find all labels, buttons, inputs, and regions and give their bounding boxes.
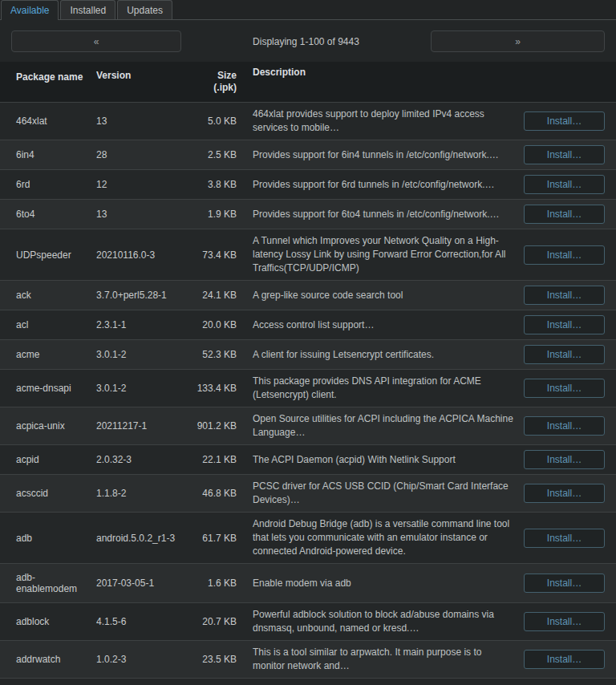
package-name: UDPspeeder bbox=[0, 229, 96, 281]
package-row: acpica-unix 20211217-1 901.2 KB Open Sou… bbox=[0, 407, 616, 445]
package-version: 3.7.0+perl5.28-1 bbox=[96, 281, 188, 310]
package-actions: Install… bbox=[520, 370, 616, 407]
package-description: A client for issuing Letsencrypt certifi… bbox=[237, 340, 520, 370]
install-button[interactable]: Install… bbox=[524, 484, 605, 503]
package-size: 52.3 KB bbox=[188, 340, 237, 370]
package-description: A grep-like source code search tool bbox=[237, 281, 520, 310]
package-description: Android Debug Bridge (adb) is a versatil… bbox=[237, 513, 520, 564]
package-row: adb android.5.0.2_r1-3 61.7 KB Android D… bbox=[0, 513, 616, 564]
package-actions: Install… bbox=[520, 200, 616, 229]
package-description: This is a tool similar to arpwatch. It m… bbox=[237, 641, 520, 679]
package-actions: Install… bbox=[520, 564, 616, 603]
header-size-line2: (.ipk) bbox=[213, 82, 237, 93]
package-name: ack bbox=[0, 281, 96, 310]
install-button[interactable]: Install… bbox=[524, 416, 605, 436]
header-package-name: Package name bbox=[0, 62, 96, 103]
install-button[interactable]: Install… bbox=[524, 205, 605, 224]
package-name: acme bbox=[0, 340, 96, 370]
package-name: addrwatch-mysql bbox=[0, 679, 96, 685]
package-name: 6to4 bbox=[0, 200, 96, 229]
install-button[interactable]: Install… bbox=[524, 450, 605, 469]
package-description: Open Source utilities for ACPI including… bbox=[237, 407, 520, 445]
package-version: 20210116.0-3 bbox=[96, 229, 188, 281]
package-description: This is a tool similar to arpwatch. It m… bbox=[237, 679, 520, 685]
install-button[interactable]: Install… bbox=[524, 315, 605, 334]
package-size: 901.2 KB bbox=[188, 407, 237, 445]
package-size: 133.4 KB bbox=[188, 370, 237, 407]
package-size: 20.7 KB bbox=[188, 603, 237, 641]
package-version: 1.1.8-2 bbox=[96, 475, 188, 513]
package-version: 28 bbox=[96, 140, 188, 170]
package-actions: Install… bbox=[520, 407, 616, 445]
package-row: 464xlat 13 5.0 KB 464xlat provides suppo… bbox=[0, 103, 616, 140]
package-version: 1.0.2-3 bbox=[96, 641, 188, 679]
package-actions: Install… bbox=[520, 310, 616, 340]
package-name: acl bbox=[0, 310, 96, 340]
install-button[interactable]: Install… bbox=[524, 379, 605, 398]
package-version: 1.0.2-3 bbox=[96, 679, 188, 685]
install-button[interactable]: Install… bbox=[524, 650, 605, 669]
prev-page-button[interactable]: « bbox=[11, 30, 181, 52]
package-version: 13 bbox=[96, 103, 188, 140]
install-button[interactable]: Install… bbox=[524, 245, 605, 265]
install-button[interactable]: Install… bbox=[524, 175, 605, 194]
package-name: 6in4 bbox=[0, 140, 96, 170]
package-size: 22.1 KB bbox=[188, 445, 237, 475]
install-button[interactable]: Install… bbox=[524, 612, 605, 631]
package-name: acpica-unix bbox=[0, 407, 96, 445]
next-page-button[interactable]: » bbox=[431, 30, 605, 52]
package-version: 2.0.32-3 bbox=[96, 445, 188, 475]
package-size: 73.4 KB bbox=[188, 229, 237, 281]
package-name: 464xlat bbox=[0, 103, 96, 140]
package-size: 24.1 KB bbox=[188, 281, 237, 310]
package-row: acme-dnsapi 3.0.1-2 133.4 KB This packag… bbox=[0, 370, 616, 407]
header-description: Description bbox=[237, 62, 520, 103]
package-manager-tabs: Available Installed Updates bbox=[0, 0, 616, 20]
install-button[interactable]: Install… bbox=[524, 529, 605, 548]
tab-updates[interactable]: Updates bbox=[117, 0, 172, 19]
install-button[interactable]: Install… bbox=[524, 574, 605, 593]
package-name: adb bbox=[0, 513, 96, 564]
package-actions: Install… bbox=[520, 513, 616, 564]
package-size: 2.5 KB bbox=[188, 140, 237, 170]
install-button[interactable]: Install… bbox=[524, 286, 605, 305]
package-description: Provides support for 6to4 tunnels in /et… bbox=[237, 200, 520, 229]
package-actions: Install… bbox=[520, 229, 616, 281]
package-actions: Install… bbox=[520, 140, 616, 170]
install-button[interactable]: Install… bbox=[524, 345, 605, 364]
package-row: adb-enablemodem 2017-03-05-1 1.6 KB Enab… bbox=[0, 564, 616, 603]
package-description: Powerful adblock solution to block ad/ab… bbox=[237, 603, 520, 641]
package-version: 20211217-1 bbox=[96, 407, 188, 445]
package-actions: Install… bbox=[520, 445, 616, 475]
package-row: acme 3.0.1-2 52.3 KB A client for issuin… bbox=[0, 340, 616, 370]
package-version: 4.1.5-6 bbox=[96, 603, 188, 641]
package-row: addrwatch 1.0.2-3 23.5 KB This is a tool… bbox=[0, 641, 616, 679]
package-version: android.5.0.2_r1-3 bbox=[96, 513, 188, 564]
package-actions: Install… bbox=[520, 170, 616, 200]
package-version: 13 bbox=[96, 200, 188, 229]
package-table: Package name Version Size (.ipk) Descrip… bbox=[0, 62, 616, 685]
package-row: ack 3.7.0+perl5.28-1 24.1 KB A grep-like… bbox=[0, 281, 616, 310]
package-description: Access control list support… bbox=[237, 310, 520, 340]
package-row: 6in4 28 2.5 KB Provides support for 6in4… bbox=[0, 140, 616, 170]
package-row: acsccid 1.1.8-2 46.8 KB PCSC driver for … bbox=[0, 475, 616, 513]
package-actions: Install… bbox=[520, 340, 616, 370]
package-size: 23.5 KB bbox=[188, 641, 237, 679]
package-table-body: 464xlat 13 5.0 KB 464xlat provides suppo… bbox=[0, 103, 616, 685]
package-description: Provides support for 6rd tunnels in /etc… bbox=[237, 170, 520, 200]
package-size: 5.0 KB bbox=[188, 103, 237, 140]
install-button[interactable]: Install… bbox=[524, 111, 605, 131]
tab-available[interactable]: Available bbox=[1, 0, 59, 20]
package-size: 17.5 KB bbox=[188, 679, 237, 685]
tab-installed[interactable]: Installed bbox=[60, 0, 116, 19]
pagination-bar: « Displaying 1-100 of 9443 » bbox=[0, 20, 616, 59]
package-actions: Install… bbox=[520, 281, 616, 310]
package-row: addrwatch-mysql 1.0.2-3 17.5 KB This is … bbox=[0, 679, 616, 685]
install-button[interactable]: Install… bbox=[524, 145, 605, 164]
package-row: UDPspeeder 20210116.0-3 73.4 KB A Tunnel… bbox=[0, 229, 616, 281]
package-description: Enable modem via adb bbox=[237, 564, 520, 603]
package-version: 3.0.1-2 bbox=[96, 340, 188, 370]
header-actions bbox=[520, 62, 616, 103]
package-name: acme-dnsapi bbox=[0, 370, 96, 407]
package-row: 6to4 13 1.9 KB Provides support for 6to4… bbox=[0, 200, 616, 229]
